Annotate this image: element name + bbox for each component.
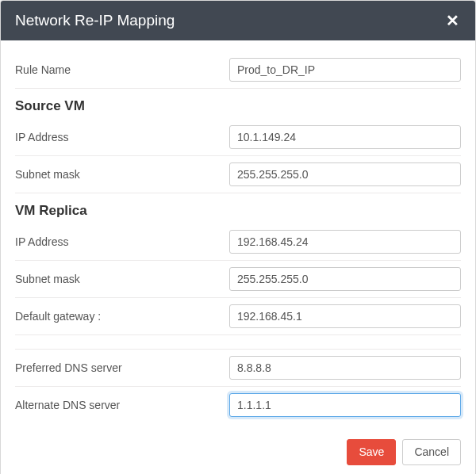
close-icon: ✕ xyxy=(446,12,459,29)
dialog-body: Rule Name Source VM IP Address Subnet ma… xyxy=(1,40,475,430)
alternate-dns-row: Alternate DNS server xyxy=(15,387,461,423)
rule-name-input[interactable] xyxy=(229,58,461,82)
replica-gateway-input[interactable] xyxy=(229,304,461,328)
cancel-button[interactable]: Cancel xyxy=(402,439,461,465)
alternate-dns-input[interactable] xyxy=(229,393,461,417)
dialog-footer: Save Cancel xyxy=(1,430,475,474)
preferred-dns-input[interactable] xyxy=(229,356,461,380)
source-ip-row: IP Address xyxy=(15,119,461,156)
dialog-header: Network Re-IP Mapping ✕ xyxy=(1,1,475,40)
replica-gateway-label: Default gateway : xyxy=(15,310,229,323)
source-ip-input[interactable] xyxy=(229,125,461,149)
source-vm-heading: Source VM xyxy=(15,89,461,119)
replica-subnet-row: Subnet mask xyxy=(15,261,461,298)
alternate-dns-label: Alternate DNS server xyxy=(15,399,229,411)
gap-row xyxy=(15,335,461,350)
preferred-dns-label: Preferred DNS server xyxy=(15,361,229,374)
save-button[interactable]: Save xyxy=(347,439,396,465)
close-button[interactable]: ✕ xyxy=(444,13,461,29)
replica-ip-label: IP Address xyxy=(15,235,229,248)
rule-name-row: Rule Name xyxy=(15,52,461,89)
vm-replica-heading: VM Replica xyxy=(15,193,461,224)
replica-ip-input[interactable] xyxy=(229,230,461,254)
dialog-title: Network Re-IP Mapping xyxy=(15,12,175,29)
preferred-dns-row: Preferred DNS server xyxy=(15,350,461,387)
replica-ip-row: IP Address xyxy=(15,224,461,261)
source-ip-label: IP Address xyxy=(15,131,229,143)
replica-subnet-label: Subnet mask xyxy=(15,273,229,285)
replica-subnet-input[interactable] xyxy=(229,267,461,291)
replica-gateway-row: Default gateway : xyxy=(15,298,461,335)
source-subnet-label: Subnet mask xyxy=(15,168,229,181)
source-subnet-input[interactable] xyxy=(229,162,461,186)
source-subnet-row: Subnet mask xyxy=(15,156,461,193)
rule-name-label: Rule Name xyxy=(15,63,229,76)
network-reip-dialog: Network Re-IP Mapping ✕ Rule Name Source… xyxy=(0,0,476,474)
